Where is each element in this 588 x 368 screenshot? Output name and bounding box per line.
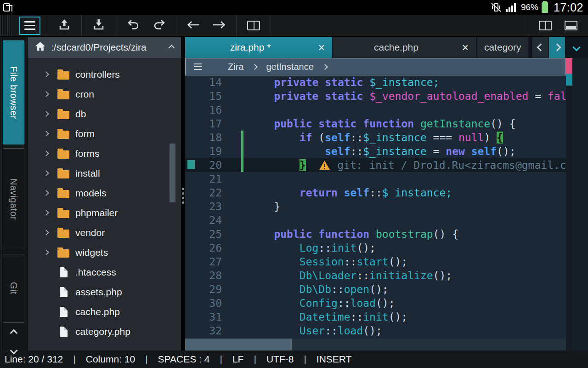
tree-item-cache-php[interactable]: cache.php	[28, 302, 181, 322]
horizontal-scrollbar[interactable]	[185, 339, 566, 351]
code-line-26[interactable]: 26 Log::init();	[185, 241, 566, 255]
upload-button[interactable]	[54, 17, 75, 35]
code-line-19[interactable]: 19 self::$_instance = new self();	[185, 144, 566, 158]
editor-tab-zira-php[interactable]: zira.php *×	[185, 37, 333, 58]
code-line-15[interactable]: 15 private static $_vendor_autoload_enab…	[185, 89, 566, 103]
path-bar[interactable]: :/sdcard0/Projects/zira	[28, 37, 181, 58]
code-line-20[interactable]: 20 } git: init / Dro1d.Ru<ziracms@gmail.…	[185, 158, 566, 172]
editor-tabs-list: zira.php *×cache.php×category.php×	[185, 37, 529, 58]
tree-item-forms[interactable]: forms	[28, 144, 181, 163]
code-line-30[interactable]: 30 Config::load();	[185, 296, 566, 310]
line-number: 15	[185, 89, 230, 103]
code-line-25[interactable]: 25 public function bootstrap() {	[185, 227, 566, 241]
item-name: vendor	[75, 227, 105, 238]
warning-icon	[319, 160, 330, 170]
tree-item-form[interactable]: form	[28, 124, 181, 144]
editor-tab-category-php[interactable]: category.php×	[477, 37, 529, 58]
status-item-5[interactable]: INSERT	[317, 354, 352, 365]
back-button[interactable]	[183, 17, 204, 35]
vertical-scrollbar[interactable]	[566, 58, 572, 351]
redo-icon	[153, 19, 165, 32]
status-item-2[interactable]: SPACES : 4	[158, 354, 210, 365]
v-scrollbar-thumb[interactable]	[566, 74, 572, 86]
battery-icon	[542, 2, 548, 13]
collapse-path-chevron-icon[interactable]	[169, 45, 175, 51]
close-tab-icon[interactable]: ×	[457, 41, 469, 54]
tree-item-assets-php[interactable]: assets.php	[28, 282, 181, 302]
status-item-4[interactable]: UTF-8	[266, 354, 294, 365]
sidebar-tab-file-browser[interactable]: File browser	[3, 40, 24, 144]
bottom-panel-button[interactable]	[560, 17, 582, 35]
code-line-23[interactable]: 23 }	[185, 200, 566, 213]
tab-list-button[interactable]	[565, 37, 588, 58]
file-tree-scrollbar[interactable]	[170, 144, 175, 202]
code-text	[230, 103, 249, 117]
breadcrumb-menu-icon[interactable]	[194, 63, 202, 70]
code-line-31[interactable]: 31 Datetime::init();	[185, 310, 566, 324]
status-item-1[interactable]: Column: 10	[86, 354, 135, 365]
code-line-21[interactable]: 21	[185, 172, 566, 186]
tab-scroll-left-button[interactable]	[532, 37, 548, 58]
code-text: public function bootstrap() {	[230, 227, 458, 241]
line-number: 17	[185, 117, 230, 131]
code-line-22[interactable]: 22 return self::$_instance;	[185, 186, 566, 200]
status-item-3[interactable]: LF	[232, 354, 244, 365]
code-line-17[interactable]: 17 public static function getInstance() …	[185, 117, 566, 131]
menu-button[interactable]	[19, 17, 40, 35]
tree-item-phpmailer[interactable]: phpmailer	[28, 203, 181, 223]
tree-item-models[interactable]: models	[28, 183, 181, 203]
tree-item-vendor[interactable]: vendor	[28, 223, 181, 242]
h-scrollbar-thumb[interactable]	[185, 339, 292, 351]
tree-item-cron[interactable]: cron	[28, 84, 181, 104]
sidebar-tab-navigator[interactable]: Navigator	[3, 148, 24, 250]
notification-icon	[3, 2, 13, 12]
code-line-29[interactable]: 29 Db\Db::open();	[185, 282, 566, 296]
code-line-18[interactable]: 18 if (self::$_instance === null) {	[185, 131, 566, 144]
chevron-down-icon	[10, 347, 17, 355]
code-line-28[interactable]: 28 Db\Loader::initialize();	[185, 269, 566, 282]
undo-button[interactable]	[123, 17, 144, 35]
code-line-27[interactable]: 27 Session::start();	[185, 255, 566, 269]
breadcrumb-segment[interactable]: getInstance	[266, 62, 313, 72]
code-line-16[interactable]: 16	[185, 103, 566, 117]
split-view-button[interactable]	[243, 17, 264, 35]
redo-button[interactable]	[148, 17, 170, 35]
bottom-panel-icon	[565, 21, 577, 30]
code-text: if (self::$_instance === null) {	[230, 131, 503, 144]
file-icon	[57, 287, 70, 297]
tab-scroll-right-button[interactable]	[548, 37, 565, 58]
split-columns-button[interactable]	[535, 17, 556, 35]
toolbar	[0, 15, 588, 37]
sidebar-scroll-down-button[interactable]	[3, 344, 24, 357]
editor-right-margin	[572, 58, 588, 351]
tree-item-install[interactable]: install	[28, 163, 181, 183]
tree-item-htaccess[interactable]: .htaccess	[28, 262, 181, 282]
folder-icon	[57, 109, 70, 119]
back-arrow-icon	[187, 20, 200, 32]
tree-item-controllers[interactable]: controllers	[28, 64, 181, 84]
breadcrumb-segments: ZiragetInstance	[228, 62, 328, 72]
breadcrumb-segment[interactable]: Zira	[228, 62, 243, 72]
line-number: 30	[185, 296, 230, 310]
forward-button[interactable]	[209, 17, 230, 35]
code-area[interactable]: 14 private static $_instance;15 private …	[185, 75, 566, 339]
line-number: 24	[185, 213, 230, 227]
code-line-24[interactable]: 24	[185, 213, 566, 227]
code-line-32[interactable]: 32 User::load();	[185, 324, 566, 338]
tree-item-db[interactable]: db	[28, 104, 181, 124]
scroll-marker-pink[interactable]	[566, 58, 572, 74]
sidebar-tabs: File browserNavigatorGit	[0, 37, 28, 351]
editor-tab-cache-php[interactable]: cache.php×	[333, 37, 477, 58]
close-tab-icon[interactable]: ×	[313, 41, 325, 54]
code-text: public static function getInstance() {	[230, 117, 516, 131]
tree-item-widgets[interactable]: widgets	[28, 242, 181, 262]
code-text: Session::start();	[230, 255, 407, 269]
sidebar-tab-git[interactable]: Git	[3, 254, 24, 323]
save-button[interactable]	[88, 17, 109, 35]
panel-splitter[interactable]	[181, 37, 185, 351]
file-icon	[57, 307, 70, 317]
tree-item-category-php[interactable]: category.php	[28, 322, 181, 341]
line-number: 25	[185, 227, 230, 241]
sidebar-scroll-up-button[interactable]	[3, 327, 24, 339]
code-line-14[interactable]: 14 private static $_instance;	[185, 75, 566, 89]
